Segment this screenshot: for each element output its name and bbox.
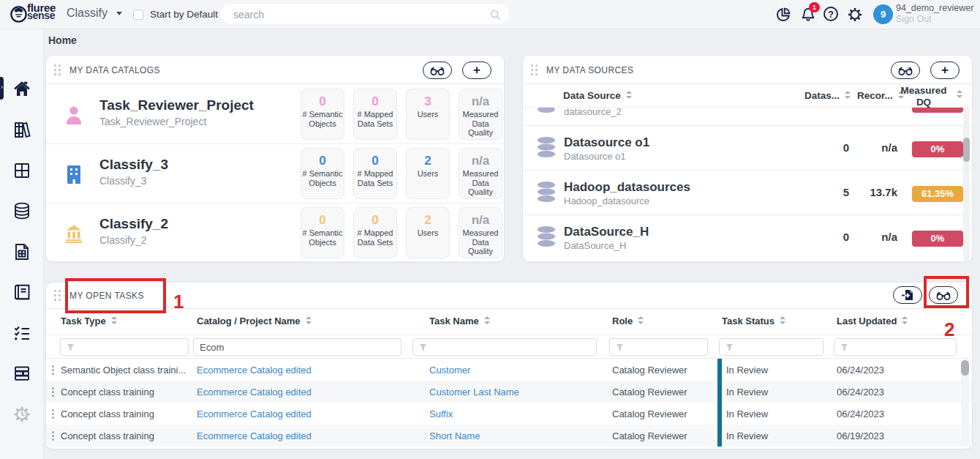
catalog-title[interactable]: Classify_2 [99, 216, 168, 232]
column-header-measured-dq[interactable]: Measured DQ [899, 85, 949, 108]
start-by-default-option: Start by Default [133, 9, 218, 20]
column-header-records[interactable]: Recor... [857, 90, 904, 101]
row-kebab-icon[interactable] [52, 365, 54, 375]
search-input[interactable]: search [219, 3, 510, 25]
tasks-view-button[interactable] [929, 286, 958, 304]
scrollbar-track[interactable] [963, 108, 970, 261]
stat-semantic-objects: 0# Semantic Objects [301, 89, 344, 140]
tasks-export-button[interactable] [893, 286, 922, 304]
sidebar-item-catalog-book-icon[interactable] [12, 283, 31, 302]
catalogs-view-button[interactable] [423, 61, 452, 79]
stat-label: Measured Data Quality [459, 228, 502, 256]
catalogs-panel-header: MY DATA CATALOGS + [46, 56, 504, 84]
column-header-task-type[interactable]: Task Type [61, 316, 117, 326]
column-header-task-status[interactable]: Task Status [722, 316, 785, 326]
filter-role[interactable] [609, 338, 708, 356]
plus-icon: + [941, 64, 949, 76]
start-by-default-label: Start by Default [150, 9, 218, 20]
catalog-link[interactable]: Ecommerce Catalog edited [197, 387, 312, 398]
active-nav-indicator [0, 77, 4, 100]
catalog-link[interactable]: Ecommerce Catalog edited [197, 365, 312, 376]
catalog-link[interactable]: Ecommerce Catalog edited [197, 430, 312, 441]
scrollbar-thumb[interactable] [961, 360, 969, 376]
task-row[interactable]: Semantic Object class traini... Ecommerc… [46, 359, 972, 381]
task-row[interactable]: Concept class training Ecommerce Catalog… [46, 425, 972, 447]
datasource-title[interactable]: Datasource o1 [564, 135, 649, 150]
app-menu-dropdown[interactable]: Classify [67, 7, 122, 20]
role-cell: Catalog Reviewer [612, 408, 687, 419]
user-avatar[interactable]: 9 [873, 4, 893, 24]
column-header-catalog[interactable]: Catalog / Project Name [197, 316, 312, 326]
task-name-link[interactable]: Suffix [429, 408, 453, 419]
column-header-last-updated[interactable]: Last Updated [837, 316, 908, 326]
sidebar-item-database-icon[interactable] [12, 201, 31, 220]
task-name-link[interactable]: Customer Last Name [429, 387, 519, 398]
sidebar-item-stack-icon[interactable] [12, 364, 31, 383]
datasource-row[interactable]: Datasource o1 Datasource o1 0 n/a 0% [523, 126, 972, 171]
reports-pie-chart-icon[interactable] [775, 7, 791, 23]
filter-catalog[interactable]: Ecom [193, 338, 402, 356]
catalogs-add-button[interactable]: + [462, 61, 491, 79]
row-kebab-icon[interactable] [52, 409, 54, 419]
column-header-data-source[interactable]: Data Source [563, 90, 632, 101]
filter-last-updated[interactable] [834, 338, 957, 356]
role-cell: Catalog Reviewer [612, 387, 687, 398]
status-color-bar [717, 425, 722, 447]
start-by-default-checkbox[interactable] [133, 10, 143, 20]
records-count: 13.7k [870, 186, 897, 198]
plus-icon: + [473, 64, 480, 76]
datasource-subtitle: Datasource o1 [564, 151, 626, 162]
datasources-view-button[interactable] [891, 61, 920, 79]
stat-label: # Semantic Objects [301, 169, 344, 187]
sidebar-item-data-file-icon[interactable] [12, 242, 31, 261]
status-color-bar [717, 381, 722, 403]
tasks-panel-title: MY OPEN TASKS [69, 291, 144, 301]
sidebar-item-home-icon[interactable] [12, 80, 31, 99]
stat-users: 3Users [406, 89, 450, 140]
task-row[interactable]: Concept class training Ecommerce Catalog… [46, 403, 972, 425]
stat-value: 2 [407, 154, 449, 168]
help-icon[interactable]: ? [823, 7, 838, 21]
catalog-title[interactable]: Classify_3 [99, 157, 168, 173]
sidebar-item-tasks-checklist-icon[interactable] [12, 324, 31, 343]
datasource-row[interactable]: Hadoop_datasources Hadoop_datasource 5 1… [523, 171, 972, 215]
datasource-title[interactable]: DataSource_H [564, 225, 649, 239]
row-kebab-icon[interactable] [52, 387, 54, 397]
datasource-row-partial[interactable]: datasource_2 [523, 108, 972, 126]
datasources-add-button[interactable]: + [930, 61, 960, 79]
drag-handle-icon[interactable] [54, 290, 61, 302]
brand-line-sense: sense [27, 12, 56, 20]
sidebar-item-scheduler-gear-icon[interactable] [12, 405, 31, 424]
datasource-row[interactable]: DataSource_H DataSource_H 0 n/a 0% [523, 215, 972, 260]
filter-task-status[interactable] [719, 338, 823, 356]
sidebar-item-grid-icon[interactable] [12, 161, 31, 180]
task-name-link[interactable]: Short Name [429, 430, 480, 441]
datasource-subtitle: DataSource_H [564, 240, 626, 251]
filter-task-type[interactable] [60, 338, 189, 356]
sort-icon [484, 316, 490, 324]
task-name-link[interactable]: Customer [429, 365, 470, 376]
drag-handle-icon[interactable] [54, 64, 61, 76]
drag-handle-icon[interactable] [531, 64, 538, 76]
scrollbar-thumb[interactable] [963, 138, 970, 162]
datasource-title[interactable]: Hadoop_datasources [564, 180, 690, 195]
catalog-link[interactable]: Ecommerce Catalog edited [197, 408, 312, 419]
row-kebab-icon[interactable] [52, 431, 54, 441]
tasks-table-header: Task Type Catalog / Project Name Task Na… [46, 309, 972, 335]
column-header-task-name[interactable]: Task Name [429, 316, 490, 326]
chevron-down-icon [116, 12, 122, 15]
sort-icon [957, 90, 962, 98]
sign-out-link[interactable]: Sign Out [896, 14, 973, 25]
sidebar-item-library-icon[interactable] [12, 120, 31, 139]
tasks-filter-row: Ecom [46, 335, 972, 359]
catalog-title[interactable]: Task_Reviewer_Project [99, 97, 254, 113]
task-row[interactable]: Concept class training Ecommerce Catalog… [46, 381, 972, 403]
settings-gear-icon[interactable] [847, 7, 863, 23]
column-label: Task Status [722, 316, 774, 326]
column-header-datasets[interactable]: Datas... [804, 90, 851, 101]
filter-task-name[interactable] [412, 338, 597, 356]
catalog-row: Task_Reviewer_Project Task_Reviewer_Proj… [46, 85, 504, 144]
task-type-cell: Concept class training [61, 387, 154, 398]
column-header-role[interactable]: Role [612, 316, 644, 326]
stat-users: 2Users [406, 207, 450, 258]
